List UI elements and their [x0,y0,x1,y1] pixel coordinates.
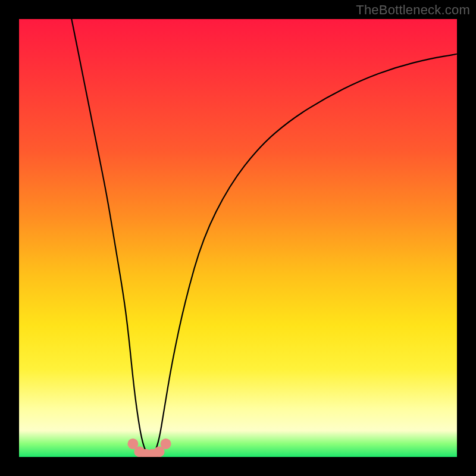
curve-marker [161,439,171,449]
watermark-text: TheBottleneck.com [356,2,470,18]
curve-svg [19,19,457,457]
curve-markers [127,439,171,457]
bottleneck-curve-path [71,19,457,454]
chart-frame: TheBottleneck.com [0,0,476,476]
plot-area [19,19,457,457]
